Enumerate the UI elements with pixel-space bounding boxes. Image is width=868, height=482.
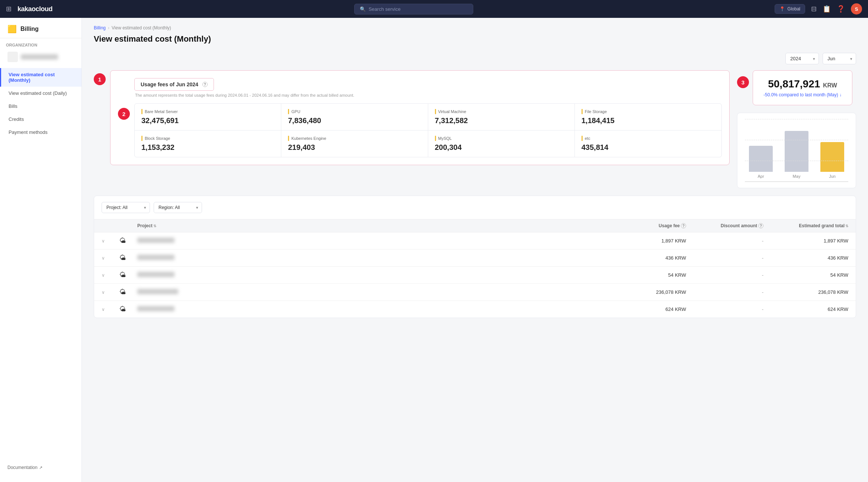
- row1-chevron[interactable]: ∨: [102, 238, 116, 244]
- chart-area: Apr May Jun: [745, 125, 848, 181]
- amount-change: -50.0% compared to last month (May) ↓: [763, 92, 842, 97]
- external-link-icon: ↗: [39, 465, 42, 470]
- sidebar-item-payment[interactable]: Payment methods: [0, 126, 81, 139]
- breadcrumb-parent[interactable]: Billing: [94, 25, 106, 30]
- region-filter-wrapper[interactable]: Region: All: [154, 202, 202, 213]
- project-filter-wrapper[interactable]: Project: All: [102, 202, 150, 213]
- amount-card: 50,817,921 KRW -50.0% compared to last m…: [753, 70, 852, 105]
- col-usage-header: Usage fee ?: [619, 223, 686, 228]
- table-row: ∨ 🌤 54 KRW - 54 KRW: [94, 267, 856, 284]
- region-filter[interactable]: Region: All: [154, 202, 202, 213]
- document-icon[interactable]: 📋: [823, 5, 831, 13]
- row3-total: 54 KRW: [766, 272, 848, 278]
- org-item: [0, 49, 81, 65]
- sidebar-header: 🟨 Billing: [0, 18, 81, 38]
- chart-bar-apr: Apr: [749, 146, 773, 179]
- step3-badge: 3: [737, 76, 749, 88]
- location-icon: 📍: [779, 6, 785, 12]
- org-avatar: [7, 52, 18, 62]
- bar-label-jun: Jun: [829, 174, 836, 179]
- avatar[interactable]: S: [851, 3, 862, 15]
- table-row: ∨ 🌤 436 KRW - 436 KRW: [94, 250, 856, 267]
- table-section: Project: All Region: All Project ⇅: [94, 196, 856, 318]
- month-select-wrapper[interactable]: JanFebMar AprMayJun JulAugSep OctNovDec: [823, 53, 856, 64]
- row4-project-name: [137, 289, 178, 294]
- row3-project-icon: 🌤: [119, 271, 134, 279]
- breadcrumb: Billing › View estimated cost (Monthly): [94, 25, 856, 30]
- sidebar-item-bills[interactable]: Bills: [0, 100, 81, 113]
- col-total-header: Estimated grand total ⇅: [766, 223, 848, 228]
- row3-usage-fee: 54 KRW: [619, 272, 686, 278]
- usage-title-box: Usage fees of Jun 2024 ?: [134, 78, 214, 91]
- discount-info-icon[interactable]: ?: [758, 223, 763, 228]
- chart-wrapper: Apr May Jun: [737, 113, 856, 188]
- row2-chevron[interactable]: ∨: [102, 256, 116, 261]
- row1-discount: -: [689, 238, 763, 244]
- sidebar-item-monthly[interactable]: View estimated cost (Monthly): [0, 68, 81, 87]
- usage-title-row: Usage fees of Jun 2024 ?: [134, 78, 722, 91]
- search-bar[interactable]: 🔍 Search service: [354, 4, 473, 15]
- logo: kakaocloud: [17, 5, 52, 13]
- row2-usage-fee: 436 KRW: [619, 255, 686, 261]
- project-filter[interactable]: Project: All: [102, 202, 150, 213]
- row2-total: 436 KRW: [766, 255, 848, 261]
- table-header: Project ⇅ Usage fee ? Discount amount ? …: [94, 219, 856, 232]
- service-item-etc: etc 435,814: [575, 131, 721, 157]
- region-selector[interactable]: 📍 Global: [775, 4, 805, 14]
- service-item-mysql: MySQL 200,304: [428, 131, 575, 157]
- step2-badge: 2: [118, 108, 130, 120]
- grid-icon[interactable]: ⊞: [6, 5, 12, 13]
- service-item-bms: Bare Metal Server 32,475,691: [135, 104, 281, 131]
- amount-value-row: 50,817,921 KRW: [763, 78, 842, 90]
- bar-apr: [749, 146, 773, 172]
- row2-discount: -: [689, 255, 763, 261]
- row3-discount: -: [689, 272, 763, 278]
- breadcrumb-sep: ›: [108, 25, 109, 30]
- row1-usage-fee: 1,897 KRW: [619, 238, 686, 244]
- row1-total: 1,897 KRW: [766, 238, 848, 244]
- service-item-blockstorage: Block Storage 1,153,232: [135, 131, 281, 157]
- row5-chevron[interactable]: ∨: [102, 307, 116, 312]
- col-project-header[interactable]: Project ⇅: [137, 223, 616, 228]
- bar-may: [785, 131, 808, 172]
- row5-total: 624 KRW: [766, 306, 848, 312]
- sidebar-item-credits[interactable]: Credits: [0, 113, 81, 126]
- help-icon[interactable]: ❓: [837, 5, 845, 13]
- bar-jun: [820, 142, 844, 172]
- breadcrumb-current: View estimated cost (Monthly): [112, 25, 171, 30]
- billing-icon: 🟨: [7, 25, 17, 33]
- row3-chevron[interactable]: ∨: [102, 273, 116, 278]
- row4-discount: -: [689, 289, 763, 295]
- usage-fee-info-icon[interactable]: ?: [681, 223, 686, 228]
- row5-usage-fee: 624 KRW: [619, 306, 686, 312]
- month-select[interactable]: JanFebMar AprMayJun JulAugSep OctNovDec: [823, 53, 856, 64]
- sidebar-title: Billing: [20, 26, 39, 32]
- usage-info-icon[interactable]: ?: [202, 82, 208, 87]
- usage-subtitle: The amount represents the total usage fe…: [135, 93, 722, 97]
- year-select[interactable]: 2022 2023 2024: [785, 53, 819, 64]
- row3-project-name: [137, 272, 174, 277]
- bar-label-may: May: [793, 174, 801, 179]
- org-section-label: Organization: [0, 38, 81, 49]
- row2-project-icon: 🌤: [119, 254, 134, 262]
- org-name: [21, 54, 58, 60]
- documentation-link[interactable]: Documentation ↗: [7, 465, 74, 470]
- sidebar-nav: View estimated cost (Monthly) View estim…: [0, 68, 81, 139]
- col-discount-header: Discount amount ?: [689, 223, 763, 228]
- table-row: ∨ 🌤 1,897 KRW - 1,897 KRW: [94, 232, 856, 250]
- row1-project-name: [137, 238, 174, 243]
- table-row: ∨ 🌤 624 KRW - 624 KRW: [94, 301, 856, 318]
- search-icon: 🔍: [360, 6, 366, 12]
- row4-total: 236,078 KRW: [766, 289, 848, 295]
- service-item-filestorage: File Storage 1,184,415: [575, 104, 721, 131]
- year-select-wrapper[interactable]: 2022 2023 2024: [785, 53, 819, 64]
- project-sort-icon: ⇅: [153, 224, 156, 228]
- row4-chevron[interactable]: ∨: [102, 290, 116, 295]
- usage-area: 2 Usage fees of Jun 2024 ? The amount re…: [110, 70, 730, 165]
- layout-icon[interactable]: ⊟: [811, 5, 817, 13]
- row2-project-name: [137, 255, 174, 260]
- service-grid: Bare Metal Server 32,475,691 GPU: [134, 103, 722, 157]
- sidebar-item-daily[interactable]: View estimated cost (Daily): [0, 87, 81, 100]
- row1-project-icon: 🌤: [119, 237, 134, 245]
- table-row: ∨ 🌤 236,078 KRW - 236,078 KRW: [94, 284, 856, 301]
